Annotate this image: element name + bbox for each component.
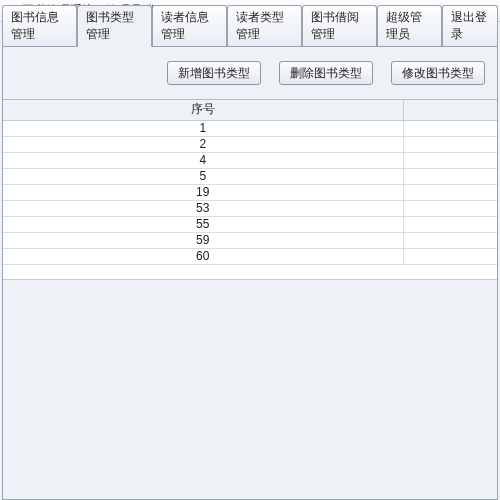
- tab-book-type[interactable]: 图书类型管理: [77, 5, 152, 47]
- book-type-table[interactable]: 序号 图 12451953555960: [3, 99, 497, 279]
- table-row[interactable]: 2: [3, 136, 497, 152]
- add-book-type-button[interactable]: 新增图书类型: [167, 61, 261, 85]
- tab-book-info[interactable]: 图书信息管理: [2, 5, 77, 46]
- cell-seq: 59: [3, 232, 403, 248]
- cell-name: [403, 120, 497, 136]
- tab-reader-info[interactable]: 读者信息管理: [152, 5, 227, 46]
- cell-name: [403, 168, 497, 184]
- cell-name: [403, 200, 497, 216]
- cell-name: [403, 152, 497, 168]
- table-row[interactable]: 53: [3, 200, 497, 216]
- tab-strip: 图书信息管理 图书类型管理 读者信息管理 读者类型管理 图书借阅管理 超级管理员…: [2, 24, 498, 46]
- tab-borrow[interactable]: 图书借阅管理: [302, 5, 377, 46]
- table-row[interactable]: 19: [3, 184, 497, 200]
- cell-name: [403, 184, 497, 200]
- cell-seq: 55: [3, 216, 403, 232]
- cell-name: [403, 232, 497, 248]
- toolbar: 新增图书类型 删除图书类型 修改图书类型: [3, 47, 497, 99]
- cell-name: [403, 248, 497, 264]
- delete-book-type-button[interactable]: 删除图书类型: [279, 61, 373, 85]
- cell-seq: 53: [3, 200, 403, 216]
- panel-empty-area: [3, 279, 497, 499]
- cell-name: [403, 216, 497, 232]
- tab-super-admin[interactable]: 超级管理员: [377, 5, 442, 46]
- cell-name: [403, 136, 497, 152]
- cell-seq: 2: [3, 136, 403, 152]
- window-body: 图书信息管理 图书类型管理 读者信息管理 读者类型管理 图书借阅管理 超级管理员…: [0, 22, 500, 500]
- tab-logout[interactable]: 退出登录: [442, 5, 498, 46]
- table-row[interactable]: 1: [3, 120, 497, 136]
- table-row[interactable]: 60: [3, 248, 497, 264]
- table-row[interactable]: 55: [3, 216, 497, 232]
- cell-seq: 5: [3, 168, 403, 184]
- cell-seq: 19: [3, 184, 403, 200]
- col-seq-header[interactable]: 序号: [3, 100, 403, 120]
- edit-book-type-button[interactable]: 修改图书类型: [391, 61, 485, 85]
- table-row[interactable]: 5: [3, 168, 497, 184]
- cell-seq: 1: [3, 120, 403, 136]
- table-row[interactable]: 4: [3, 152, 497, 168]
- table-header-row: 序号 图: [3, 100, 497, 120]
- cell-seq: 60: [3, 248, 403, 264]
- tab-reader-type[interactable]: 读者类型管理: [227, 5, 302, 46]
- tab-panel-book-type: 新增图书类型 删除图书类型 修改图书类型 序号 图 12451953555960: [2, 46, 498, 500]
- table-row[interactable]: 59: [3, 232, 497, 248]
- cell-seq: 4: [3, 152, 403, 168]
- col-name-header[interactable]: 图: [403, 100, 497, 120]
